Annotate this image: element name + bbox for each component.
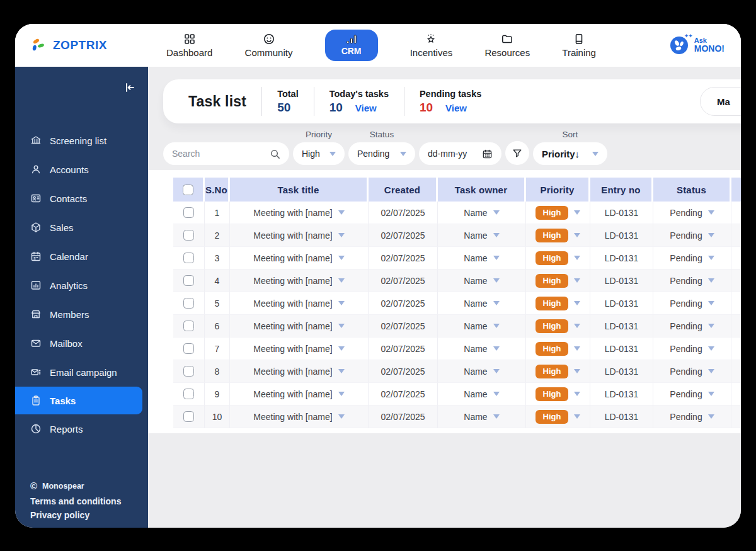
task-title-dropdown[interactable]: Meeting with [name] [253, 298, 344, 309]
task-title-dropdown[interactable]: Meeting with [name] [253, 344, 344, 354]
sidebar-item-analytics[interactable]: Analytics [15, 271, 148, 300]
tab-incentives[interactable]: Incentives [410, 33, 453, 58]
task-owner-dropdown[interactable]: Name [464, 366, 499, 377]
filter-button[interactable] [505, 141, 529, 165]
row-created: 02/07/2025 [369, 360, 438, 383]
col-header-task-title: Task title [230, 178, 369, 202]
tab-training[interactable]: Training [562, 33, 596, 58]
row-checkbox[interactable] [183, 343, 194, 354]
status-cell-dropdown-value: Pending [670, 412, 702, 422]
sidebar-item-sales[interactable]: Sales [15, 213, 148, 242]
status-cell-dropdown-value: Pending [670, 230, 702, 241]
task-owner-dropdown[interactable]: Name [464, 208, 499, 218]
sidebar-item-accounts[interactable]: Accounts [15, 155, 148, 184]
sort-dropdown[interactable]: Priority↓ [533, 142, 607, 165]
priority-cell-dropdown[interactable]: High [536, 365, 581, 378]
select-cell [173, 406, 205, 428]
ask-mono-button[interactable]: ✦✦ Ask MONO! [669, 35, 741, 55]
status-cell-dropdown[interactable]: Pending [670, 344, 714, 354]
search-input[interactable] [172, 149, 266, 159]
priority-cell-dropdown[interactable]: High [536, 342, 581, 356]
task-title-dropdown[interactable]: Meeting with [name] [253, 276, 344, 286]
row-checkbox[interactable] [183, 275, 194, 286]
task-owner-dropdown[interactable]: Name [464, 276, 499, 286]
task-owner-dropdown[interactable]: Name [464, 253, 499, 263]
task-owner-dropdown[interactable]: Name [464, 298, 499, 309]
terms-link[interactable]: Terms and conditions [30, 496, 121, 506]
chevron-down-icon [574, 256, 580, 260]
task-title-dropdown[interactable]: Meeting with [name] [253, 321, 344, 331]
sort-dropdown-value: Priority↓ [542, 149, 580, 159]
chevron-down-icon [493, 301, 500, 305]
priority-cell-dropdown[interactable]: High [536, 410, 581, 424]
sidebar-item-screening-list[interactable]: Screening list [15, 126, 148, 155]
task-title-dropdown[interactable]: Meeting with [name] [253, 366, 344, 377]
row-checkbox[interactable] [183, 230, 194, 241]
pending-view-link[interactable]: View [445, 103, 467, 113]
priority-cell-dropdown[interactable]: High [536, 229, 581, 242]
sidebar-item-members[interactable]: Members [15, 300, 148, 329]
status-cell-dropdown[interactable]: Pending [670, 230, 714, 241]
priority-cell-dropdown[interactable]: High [536, 251, 581, 265]
priority-cell-dropdown[interactable]: High [536, 274, 581, 288]
status-cell-dropdown[interactable]: Pending [670, 276, 714, 286]
status-cell-dropdown[interactable]: Pending [670, 366, 714, 377]
status-dropdown[interactable]: Pending [348, 142, 415, 165]
row-checkbox[interactable] [183, 321, 194, 331]
date-picker[interactable]: dd-mm-yy [419, 142, 501, 165]
stat-pending: Pending tasks 10 View [420, 89, 481, 115]
sidebar-item-reports[interactable]: Reports [15, 414, 148, 443]
tab-dashboard[interactable]: Dashboard [166, 33, 212, 58]
task-owner-dropdown[interactable]: Name [464, 230, 499, 241]
search-field[interactable] [163, 142, 289, 165]
sidebar-item-calendar[interactable]: Calendar [15, 242, 148, 271]
task-owner-dropdown[interactable]: Name [464, 321, 499, 331]
bar-chart-icon [345, 34, 358, 44]
task-owner-dropdown[interactable]: Name [464, 344, 499, 354]
row-created: 02/07/2025 [369, 270, 438, 292]
priority-cell-dropdown[interactable]: High [536, 297, 581, 310]
tab-resources[interactable]: Resources [484, 33, 530, 58]
table-row: 9Meeting with [name]02/07/2025NameHighLD… [173, 383, 741, 406]
task-title-dropdown[interactable]: Meeting with [name] [253, 389, 344, 399]
task-owner-dropdown[interactable]: Name [464, 389, 499, 399]
status-cell-dropdown[interactable]: Pending [670, 253, 714, 263]
tab-crm[interactable]: CRM [325, 30, 378, 61]
row-checkbox[interactable] [183, 207, 194, 218]
sidebar-item-tasks[interactable]: Tasks [15, 387, 142, 414]
task-title-dropdown[interactable]: Meeting with [name] [253, 230, 344, 241]
row-checkbox[interactable] [183, 366, 194, 377]
task-title-dropdown[interactable]: Meeting with [name] [253, 412, 344, 422]
priority-badge: High [536, 251, 569, 265]
task-owner-dropdown[interactable]: Name [464, 412, 499, 422]
task-title-dropdown[interactable]: Meeting with [name] [253, 253, 344, 263]
table-row: 8Meeting with [name]02/07/2025NameHighLD… [173, 360, 741, 383]
row-checkbox[interactable] [183, 298, 194, 309]
select-all-checkbox[interactable] [183, 185, 193, 195]
priority-cell-dropdown[interactable]: High [536, 319, 581, 333]
status-cell-dropdown[interactable]: Pending [670, 298, 714, 309]
row-checkbox[interactable] [183, 411, 194, 422]
select-cell [173, 202, 205, 224]
sidebar-item-mailbox[interactable]: Mailbox [15, 329, 148, 358]
task-title-dropdown[interactable]: Meeting with [name] [253, 208, 344, 218]
priority-cell-dropdown[interactable]: High [536, 206, 581, 220]
sidebar-item-email-campaign[interactable]: Email campaign [15, 358, 148, 387]
copyright-name: Monospear [42, 482, 84, 491]
status-cell-dropdown[interactable]: Pending [670, 412, 714, 422]
collapse-sidebar-button[interactable] [122, 79, 138, 96]
email-campaign-icon [30, 366, 42, 378]
status-cell-dropdown[interactable]: Pending [670, 321, 714, 331]
row-checkbox[interactable] [183, 253, 194, 263]
task-owner-dropdown-value: Name [464, 321, 487, 331]
priority-dropdown[interactable]: High [293, 142, 345, 165]
partial-action-button[interactable]: Ma [700, 87, 741, 116]
status-cell-dropdown[interactable]: Pending [670, 389, 714, 399]
row-checkbox[interactable] [183, 389, 194, 399]
sidebar-item-contacts[interactable]: Contacts [15, 184, 148, 213]
status-cell-dropdown[interactable]: Pending [670, 208, 714, 218]
priority-cell-dropdown[interactable]: High [536, 387, 581, 401]
tab-community[interactable]: Community [245, 33, 293, 58]
today-view-link[interactable]: View [355, 103, 377, 113]
privacy-link[interactable]: Privacy policy [30, 510, 121, 520]
